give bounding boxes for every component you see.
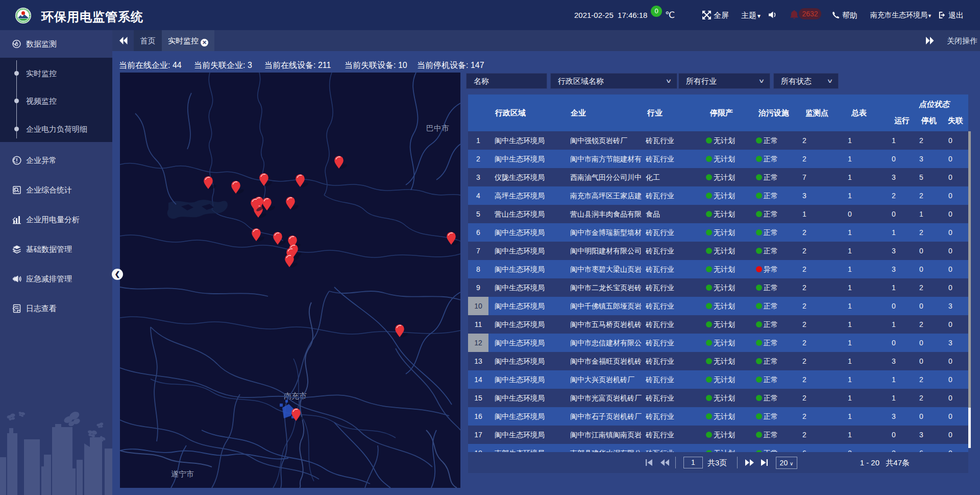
svg-text:巴中市: 巴中市 xyxy=(426,124,449,132)
svg-text:遂宁市: 遂宁市 xyxy=(171,469,194,478)
